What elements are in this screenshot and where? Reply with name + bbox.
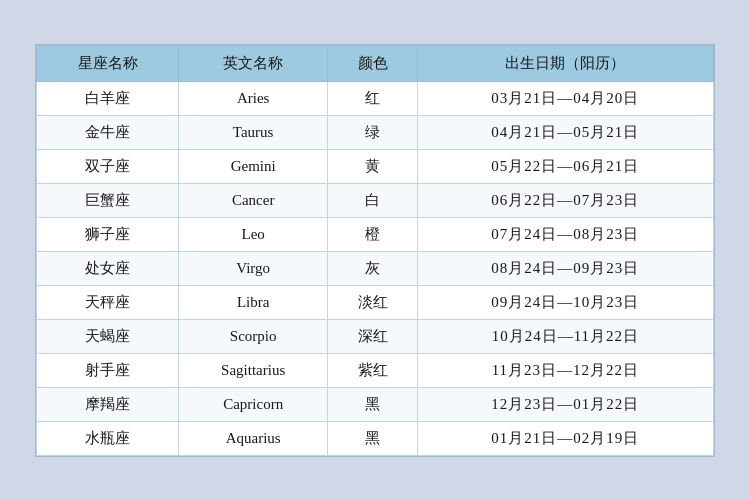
table-row: 摩羯座Capricorn黑12月23日—01月22日 — [37, 387, 714, 421]
cell-color: 白 — [328, 183, 417, 217]
cell-english-name: Aquarius — [179, 421, 328, 455]
cell-chinese-name: 白羊座 — [37, 81, 179, 115]
table-body: 白羊座Aries红03月21日—04月20日金牛座Taurus绿04月21日—0… — [37, 81, 714, 455]
cell-color: 红 — [328, 81, 417, 115]
cell-color: 深红 — [328, 319, 417, 353]
cell-chinese-name: 金牛座 — [37, 115, 179, 149]
cell-english-name: Taurus — [179, 115, 328, 149]
cell-color: 黑 — [328, 421, 417, 455]
cell-chinese-name: 狮子座 — [37, 217, 179, 251]
cell-english-name: Scorpio — [179, 319, 328, 353]
zodiac-table-wrapper: 星座名称 英文名称 颜色 出生日期（阳历） 白羊座Aries红03月21日—04… — [35, 44, 715, 457]
header-color: 颜色 — [328, 45, 417, 81]
table-row: 射手座Sagittarius紫红11月23日—12月22日 — [37, 353, 714, 387]
cell-dates: 04月21日—05月21日 — [417, 115, 713, 149]
cell-dates: 01月21日—02月19日 — [417, 421, 713, 455]
cell-english-name: Aries — [179, 81, 328, 115]
table-row: 处女座Virgo灰08月24日—09月23日 — [37, 251, 714, 285]
cell-chinese-name: 摩羯座 — [37, 387, 179, 421]
cell-color: 灰 — [328, 251, 417, 285]
zodiac-table: 星座名称 英文名称 颜色 出生日期（阳历） 白羊座Aries红03月21日—04… — [36, 45, 714, 456]
cell-english-name: Cancer — [179, 183, 328, 217]
table-row: 双子座Gemini黄05月22日—06月21日 — [37, 149, 714, 183]
cell-english-name: Capricorn — [179, 387, 328, 421]
table-row: 白羊座Aries红03月21日—04月20日 — [37, 81, 714, 115]
cell-english-name: Virgo — [179, 251, 328, 285]
cell-dates: 10月24日—11月22日 — [417, 319, 713, 353]
table-row: 金牛座Taurus绿04月21日—05月21日 — [37, 115, 714, 149]
table-row: 天蝎座Scorpio深红10月24日—11月22日 — [37, 319, 714, 353]
cell-dates: 12月23日—01月22日 — [417, 387, 713, 421]
cell-color: 黄 — [328, 149, 417, 183]
cell-dates: 06月22日—07月23日 — [417, 183, 713, 217]
cell-color: 黑 — [328, 387, 417, 421]
cell-dates: 11月23日—12月22日 — [417, 353, 713, 387]
cell-chinese-name: 天秤座 — [37, 285, 179, 319]
table-row: 水瓶座Aquarius黑01月21日—02月19日 — [37, 421, 714, 455]
cell-english-name: Sagittarius — [179, 353, 328, 387]
cell-color: 淡红 — [328, 285, 417, 319]
header-chinese-name: 星座名称 — [37, 45, 179, 81]
cell-color: 橙 — [328, 217, 417, 251]
table-row: 狮子座Leo橙07月24日—08月23日 — [37, 217, 714, 251]
cell-dates: 07月24日—08月23日 — [417, 217, 713, 251]
cell-color: 紫红 — [328, 353, 417, 387]
cell-chinese-name: 巨蟹座 — [37, 183, 179, 217]
cell-dates: 05月22日—06月21日 — [417, 149, 713, 183]
cell-color: 绿 — [328, 115, 417, 149]
table-row: 天秤座Libra淡红09月24日—10月23日 — [37, 285, 714, 319]
cell-english-name: Leo — [179, 217, 328, 251]
cell-chinese-name: 处女座 — [37, 251, 179, 285]
cell-english-name: Gemini — [179, 149, 328, 183]
cell-chinese-name: 双子座 — [37, 149, 179, 183]
header-dates: 出生日期（阳历） — [417, 45, 713, 81]
header-english-name: 英文名称 — [179, 45, 328, 81]
cell-english-name: Libra — [179, 285, 328, 319]
table-row: 巨蟹座Cancer白06月22日—07月23日 — [37, 183, 714, 217]
cell-dates: 03月21日—04月20日 — [417, 81, 713, 115]
cell-chinese-name: 射手座 — [37, 353, 179, 387]
cell-dates: 08月24日—09月23日 — [417, 251, 713, 285]
cell-chinese-name: 水瓶座 — [37, 421, 179, 455]
cell-chinese-name: 天蝎座 — [37, 319, 179, 353]
table-header-row: 星座名称 英文名称 颜色 出生日期（阳历） — [37, 45, 714, 81]
cell-dates: 09月24日—10月23日 — [417, 285, 713, 319]
